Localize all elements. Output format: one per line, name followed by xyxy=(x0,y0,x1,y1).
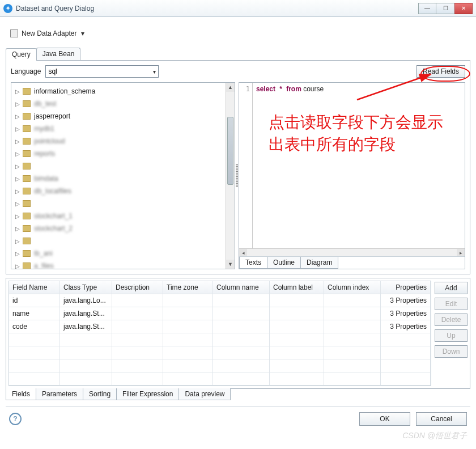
bottom-tab-parameters[interactable]: Parameters xyxy=(36,388,83,400)
caret-icon: ▷ xyxy=(15,138,20,145)
tree-item[interactable]: ▷mydb1 xyxy=(12,122,224,135)
col-column-name[interactable]: Column name xyxy=(213,281,270,294)
scroll-right-icon[interactable]: ▸ xyxy=(457,249,465,256)
caret-icon: ▷ xyxy=(15,251,20,257)
scroll-thumb[interactable] xyxy=(227,117,233,185)
splitter-handle[interactable] xyxy=(235,82,239,269)
bottom-tab-sorting[interactable]: Sorting xyxy=(83,388,117,400)
window-title: Dataset and Query Dialog xyxy=(16,5,418,12)
help-button[interactable]: ? xyxy=(9,413,22,425)
schema-tree-panel: ▷information_schema▷db_test▷jasperreport… xyxy=(11,82,235,269)
scrollbar-horizontal[interactable]: ◂ ▸ xyxy=(239,248,465,256)
tree-item[interactable]: ▷bimdata xyxy=(12,172,224,185)
tree-item-label: jasperreport xyxy=(34,112,70,120)
database-icon xyxy=(23,188,31,194)
caret-icon: ▷ xyxy=(15,163,20,170)
watermark: CSDN @悟世君子 xyxy=(402,431,467,441)
caret-icon: ▷ xyxy=(15,113,20,120)
scroll-left-icon[interactable]: ◂ xyxy=(239,249,247,256)
tree-item[interactable]: ▷reports xyxy=(12,147,224,160)
cancel-button[interactable]: Cancel xyxy=(416,412,467,426)
delete-button[interactable]: Delete xyxy=(435,314,468,326)
database-icon xyxy=(23,138,31,145)
caret-icon: ▷ xyxy=(15,88,20,95)
caret-icon: ▷ xyxy=(15,176,20,182)
main-tabs: Query Java Bean xyxy=(6,48,470,61)
caret-icon: ▷ xyxy=(15,213,20,219)
read-fields-button[interactable]: Read Fields xyxy=(416,65,465,78)
tree-item-label: information_schema xyxy=(34,87,95,95)
scrollbar-vertical[interactable]: ▲ ▼ xyxy=(226,83,235,269)
up-button[interactable]: Up xyxy=(435,329,468,342)
tree-item[interactable]: ▷db_localfiles xyxy=(12,185,224,197)
tree-item[interactable]: ▷jasperreport xyxy=(12,110,224,122)
down-button[interactable]: Down xyxy=(435,345,468,358)
titlebar: ✦ Dataset and Query Dialog — ☐ ✕ xyxy=(0,0,476,17)
tree-item[interactable]: ▷ xyxy=(12,197,224,210)
scroll-down-icon[interactable]: ▼ xyxy=(226,260,235,269)
tree-item[interactable]: ▷ xyxy=(12,160,224,172)
maximize-button[interactable]: ☐ xyxy=(436,3,454,14)
add-button[interactable]: Add xyxy=(435,282,468,294)
bottom-tab-filter[interactable]: Filter Expression xyxy=(116,388,179,400)
chevron-down-icon: ▾ xyxy=(153,69,156,75)
app-icon: ✦ xyxy=(3,4,12,13)
editor-tab-texts[interactable]: Texts xyxy=(239,257,267,269)
tree-item[interactable]: ▷db_test xyxy=(12,98,224,110)
tree-item[interactable]: ▷stockchart_1 xyxy=(12,210,224,222)
col-description[interactable]: Description xyxy=(112,281,163,294)
tree-item-label: tb_ani xyxy=(34,249,53,257)
data-adapter-selector[interactable]: New Data Adapter ▾ xyxy=(10,25,470,42)
tab-query[interactable]: Query xyxy=(6,48,37,61)
fields-grid[interactable]: Field Name Class Type Description Time z… xyxy=(8,281,431,386)
chevron-down-icon: ▾ xyxy=(81,29,84,37)
bottom-tab-preview[interactable]: Data preview xyxy=(178,388,231,400)
col-column-index[interactable]: Column index xyxy=(324,281,381,294)
database-icon xyxy=(23,175,31,182)
bottom-tab-fields[interactable]: Fields xyxy=(6,388,36,400)
col-time-zone[interactable]: Time zone xyxy=(163,281,213,294)
caret-icon: ▷ xyxy=(15,101,20,107)
tree-item[interactable]: ▷pointcloud xyxy=(12,135,224,147)
tree-item-label: stockchart_2 xyxy=(34,224,73,232)
col-class-type[interactable]: Class Type xyxy=(60,281,112,294)
col-column-label[interactable]: Column label xyxy=(270,281,324,294)
caret-icon: ▷ xyxy=(15,126,20,132)
database-icon xyxy=(23,100,31,107)
col-field-name[interactable]: Field Name xyxy=(9,281,60,294)
editor-tab-outline[interactable]: Outline xyxy=(267,257,301,269)
tab-java-bean[interactable]: Java Bean xyxy=(36,48,81,60)
tree-item-label: bimdata xyxy=(34,175,58,183)
table-row[interactable]: namejava.lang.St...3 Properties xyxy=(9,307,431,320)
scroll-up-icon[interactable]: ▲ xyxy=(226,83,235,92)
table-row[interactable]: codejava.lang.St...3 Properties xyxy=(9,320,431,333)
edit-button[interactable]: Edit xyxy=(435,298,468,310)
language-value: sql xyxy=(48,67,57,75)
database-icon xyxy=(23,88,31,95)
table-row[interactable]: idjava.lang.Lo...3 Properties xyxy=(9,294,431,307)
tree-item[interactable]: ▷a_files xyxy=(12,260,224,269)
close-button[interactable]: ✕ xyxy=(454,3,473,14)
tree-item[interactable]: ▷tb_ani xyxy=(12,247,224,260)
tree-item[interactable]: ▷stockchart_2 xyxy=(12,222,224,235)
ok-button[interactable]: OK xyxy=(359,412,410,426)
schema-tree[interactable]: ▷information_schema▷db_test▷jasperreport… xyxy=(11,83,226,269)
code-content[interactable]: select * from course xyxy=(253,83,465,248)
database-icon xyxy=(23,225,31,232)
tree-item-label: stockchart_1 xyxy=(34,212,73,220)
database-icon xyxy=(23,113,31,120)
col-properties[interactable]: Properties xyxy=(381,281,431,294)
sql-editor[interactable]: 1 select * from course xyxy=(239,83,465,248)
database-icon xyxy=(23,125,31,132)
language-label: Language xyxy=(11,67,41,75)
adapter-label: New Data Adapter xyxy=(22,29,76,37)
minimize-button[interactable]: — xyxy=(418,3,436,14)
tree-item[interactable]: ▷information_schema xyxy=(12,85,224,98)
tree-item[interactable]: ▷ xyxy=(12,235,224,247)
language-combo[interactable]: sql ▾ xyxy=(45,65,159,78)
caret-icon: ▷ xyxy=(15,238,20,244)
database-icon xyxy=(23,250,31,257)
adapter-icon xyxy=(10,29,18,37)
line-gutter: 1 xyxy=(239,83,253,248)
editor-tab-diagram[interactable]: Diagram xyxy=(300,257,338,269)
